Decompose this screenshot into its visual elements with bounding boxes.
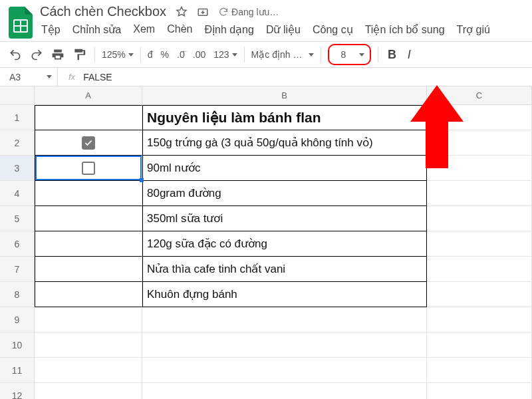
- paint-format-button[interactable]: [70, 46, 88, 63]
- bold-button[interactable]: B: [385, 48, 398, 62]
- cell-C2[interactable]: [427, 130, 532, 156]
- percent-format-button[interactable]: %: [161, 49, 169, 60]
- name-box-value: A3: [9, 72, 21, 82]
- row-header-5[interactable]: 5: [0, 206, 35, 231]
- move-to-drive-icon[interactable]: [197, 6, 209, 18]
- cell-A3[interactable]: [35, 156, 142, 181]
- cell-B8[interactable]: Khuôn đựng bánh: [142, 282, 427, 307]
- cell-A7[interactable]: [35, 257, 142, 282]
- caret-down-icon: [128, 53, 134, 57]
- checkbox-checked-icon[interactable]: [82, 136, 95, 150]
- row-header-10[interactable]: 10: [0, 332, 35, 358]
- row-header-7[interactable]: 7: [0, 257, 35, 282]
- cell-B7[interactable]: Nửa thìa cafe tinh chất vani: [142, 257, 427, 282]
- cell-C9[interactable]: [427, 307, 532, 332]
- currency-format-button[interactable]: đ: [148, 49, 153, 60]
- cell-C11[interactable]: [427, 358, 532, 383]
- cell-A8[interactable]: [35, 282, 142, 307]
- zoom-dropdown[interactable]: 125%: [102, 49, 134, 60]
- cell-A9[interactable]: [35, 307, 142, 332]
- sheets-app-icon[interactable]: [7, 4, 35, 41]
- menu-help[interactable]: Trợ giú: [457, 23, 490, 36]
- num-format-label: 123: [213, 49, 229, 60]
- menu-insert[interactable]: Chèn: [167, 23, 192, 36]
- print-button[interactable]: [49, 46, 66, 63]
- cell-B12[interactable]: [142, 383, 427, 399]
- cell-A12[interactable]: [35, 383, 142, 399]
- menu-format[interactable]: Định dạng: [204, 23, 254, 36]
- checkbox-unchecked-icon[interactable]: [82, 162, 95, 175]
- col-header-C[interactable]: C: [427, 86, 532, 105]
- menu-file[interactable]: Tệp: [41, 23, 61, 36]
- italic-button[interactable]: I: [402, 48, 416, 62]
- cell-C7[interactable]: [427, 257, 532, 282]
- formula-value[interactable]: FALSE: [83, 72, 112, 82]
- zoom-value: 125%: [102, 49, 126, 60]
- cell-B5[interactable]: 350ml sữa tươi: [142, 206, 427, 231]
- cell-B4[interactable]: 80gram đường: [142, 181, 427, 206]
- col-header-A[interactable]: A: [35, 86, 142, 105]
- menu-edit[interactable]: Chỉnh sửa: [72, 23, 122, 36]
- row-header-9[interactable]: 9: [0, 307, 35, 332]
- increase-decimal-button[interactable]: .00: [193, 49, 205, 60]
- font-name-value: Mặc định ( …: [251, 49, 305, 60]
- cell-C6[interactable]: [427, 231, 532, 257]
- cell-A11[interactable]: [35, 358, 142, 383]
- star-icon[interactable]: [176, 6, 188, 18]
- row-header-1[interactable]: 1: [0, 105, 35, 130]
- formula-bar: A3 fx FALSE: [0, 68, 532, 86]
- name-box[interactable]: A3: [0, 72, 57, 82]
- cell-B6[interactable]: 120g sữa đặc có đường: [142, 231, 427, 257]
- row-header-6[interactable]: 6: [0, 231, 35, 257]
- caret-down-icon: [359, 53, 364, 57]
- cell-C10[interactable]: [427, 332, 532, 358]
- cell-A10[interactable]: [35, 332, 142, 358]
- font-size-value: 8: [341, 49, 346, 60]
- font-family-dropdown[interactable]: Mặc định ( …: [251, 49, 314, 60]
- decrease-decimal-button[interactable]: .0←: [177, 49, 185, 60]
- caret-down-icon: [232, 53, 237, 57]
- cell-C3[interactable]: [427, 156, 532, 181]
- row-header-3[interactable]: 3: [0, 156, 35, 181]
- separator: [378, 47, 378, 63]
- redo-button[interactable]: [28, 46, 45, 63]
- cell-A1[interactable]: [35, 105, 142, 130]
- row-header-11[interactable]: 11: [0, 358, 35, 383]
- cell-B11[interactable]: [142, 358, 427, 383]
- cell-C4[interactable]: [427, 181, 532, 206]
- menu-data[interactable]: Dữ liệu: [266, 23, 301, 36]
- row-header-4[interactable]: 4: [0, 181, 35, 206]
- cell-C12[interactable]: [427, 383, 532, 399]
- cell-A6[interactable]: [35, 231, 142, 257]
- separator: [140, 47, 141, 63]
- select-all-corner[interactable]: [0, 86, 35, 105]
- row-header-12[interactable]: 12: [0, 383, 35, 399]
- col-header-B[interactable]: B: [142, 86, 427, 105]
- separator: [94, 47, 95, 63]
- cell-C8[interactable]: [427, 282, 532, 307]
- row-header-8[interactable]: 8: [0, 282, 35, 307]
- cell-B3[interactable]: 90ml nước: [142, 156, 427, 181]
- cell-B9[interactable]: [142, 307, 427, 332]
- number-format-dropdown[interactable]: 123: [213, 49, 237, 60]
- doc-title[interactable]: Cách chèn Checkbox: [40, 4, 166, 19]
- cell-B1[interactable]: Nguyên liệu làm bánh flan: [142, 105, 427, 130]
- saving-status: Đang lưu…: [218, 7, 279, 17]
- menu-bar: Tệp Chỉnh sửa Xem Chèn Định dạng Dữ liệu…: [40, 19, 490, 41]
- menu-view[interactable]: Xem: [133, 23, 155, 36]
- separator: [321, 47, 321, 63]
- undo-button[interactable]: [7, 46, 24, 63]
- cell-A5[interactable]: [35, 206, 142, 231]
- menu-addons[interactable]: Tiện ích bổ sung: [365, 23, 445, 36]
- cell-A4[interactable]: [35, 181, 142, 206]
- caret-down-icon: [309, 53, 314, 57]
- saving-status-text: Đang lưu…: [231, 7, 279, 17]
- cell-C1[interactable]: [427, 105, 532, 130]
- cell-B2[interactable]: 150g trứng gà (3 quả 50g/quả không tính …: [142, 130, 427, 156]
- cell-A2[interactable]: [35, 130, 142, 156]
- font-size-dropdown[interactable]: 8: [328, 44, 372, 65]
- row-header-2[interactable]: 2: [0, 130, 35, 156]
- menu-tools[interactable]: Công cụ: [313, 23, 353, 36]
- cell-C5[interactable]: [427, 206, 532, 231]
- cell-B10[interactable]: [142, 332, 427, 358]
